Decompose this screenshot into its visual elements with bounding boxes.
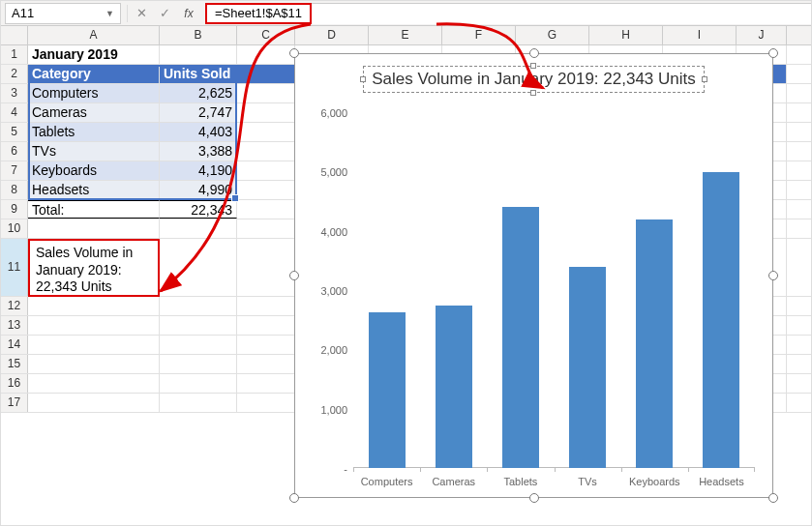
y-tick-label: 4,000 bbox=[305, 226, 347, 238]
row-header-5[interactable]: 5 bbox=[1, 123, 28, 141]
fx-icon: fx bbox=[184, 7, 193, 20]
chart-bar[interactable] bbox=[703, 172, 739, 468]
chart-bar[interactable] bbox=[369, 312, 406, 468]
grid-body: 1 January 2019 2 Category Units Sold 3 C… bbox=[1, 45, 811, 413]
col-header-A[interactable]: A bbox=[28, 26, 160, 44]
x-tick-label: Tablets bbox=[487, 476, 554, 487]
formula-input[interactable]: =Sheet1!$A$11 bbox=[205, 3, 312, 24]
col-header-F[interactable]: F bbox=[442, 26, 516, 44]
cell-B1[interactable] bbox=[160, 45, 237, 64]
col-header-E[interactable]: E bbox=[369, 26, 442, 44]
x-tick-label: Keyboards bbox=[621, 476, 688, 487]
name-box-value: A11 bbox=[12, 6, 34, 20]
resize-handle-icon[interactable] bbox=[768, 493, 778, 503]
chart-title-text: Sales Volume in January 2019: 22,343 Uni… bbox=[372, 70, 696, 88]
chart-bar[interactable] bbox=[636, 219, 673, 468]
title-handle-icon[interactable] bbox=[702, 76, 707, 82]
cell-C1[interactable] bbox=[237, 45, 295, 64]
row-header-1[interactable]: 1 bbox=[1, 45, 28, 64]
chart-object[interactable]: Sales Volume in January 2019: 22,343 Uni… bbox=[294, 53, 773, 498]
y-tick-label: 5,000 bbox=[305, 166, 347, 178]
x-tick-label: Headsets bbox=[688, 476, 755, 487]
cell-B3[interactable]: 2,625 bbox=[160, 84, 237, 102]
resize-handle-icon[interactable] bbox=[768, 271, 778, 280]
row-header-4[interactable]: 4 bbox=[1, 103, 28, 122]
col-header-H[interactable]: H bbox=[589, 26, 663, 44]
y-tick-label: 3,000 bbox=[305, 285, 347, 297]
y-tick-label: 1,000 bbox=[305, 404, 347, 416]
worksheet: A B C D E F G H I J 1 January 2019 2 Cat… bbox=[1, 26, 811, 525]
row-header-3[interactable]: 3 bbox=[1, 84, 28, 102]
cell-A9[interactable]: Total: bbox=[28, 200, 160, 219]
resize-handle-icon[interactable] bbox=[289, 271, 299, 280]
x-tick-label: TVs bbox=[555, 476, 621, 487]
row-header-13[interactable]: 13 bbox=[1, 316, 28, 335]
cell-B4[interactable]: 2,747 bbox=[160, 103, 237, 122]
row-header-17[interactable]: 17 bbox=[1, 394, 28, 412]
title-handle-icon[interactable] bbox=[530, 63, 536, 69]
chart-bar[interactable] bbox=[502, 207, 539, 468]
cell-A1[interactable]: January 2019 bbox=[28, 45, 160, 64]
cell-A8[interactable]: Headsets bbox=[28, 181, 160, 199]
row-header-7[interactable]: 7 bbox=[1, 161, 28, 180]
row-header-16[interactable]: 16 bbox=[1, 374, 28, 393]
row-header-15[interactable]: 15 bbox=[1, 355, 28, 373]
formula-bar: A11 ▼ ✕ ✓ fx =Sheet1!$A$11 bbox=[1, 1, 811, 26]
resize-handle-icon[interactable] bbox=[768, 48, 778, 58]
cell-A11-text: Sales Volume in January 2019: 22,343 Uni… bbox=[36, 245, 133, 294]
cell-A2[interactable]: Category bbox=[28, 65, 160, 83]
cell-A7[interactable]: Keyboards bbox=[28, 161, 160, 180]
col-header-D[interactable]: D bbox=[295, 26, 369, 44]
row-header-8[interactable]: 8 bbox=[1, 181, 28, 199]
cell-B2[interactable]: Units Sold bbox=[160, 65, 237, 83]
col-header-G[interactable]: G bbox=[516, 26, 589, 44]
col-header-I[interactable]: I bbox=[663, 26, 737, 44]
x-tick-label: Computers bbox=[353, 476, 420, 487]
col-header-C[interactable]: C bbox=[237, 26, 295, 44]
cell-B7[interactable]: 4,190 bbox=[160, 161, 237, 180]
row-header-14[interactable]: 14 bbox=[1, 336, 28, 354]
y-tick-label: 6,000 bbox=[305, 107, 347, 119]
chevron-down-icon[interactable]: ▼ bbox=[105, 9, 114, 18]
resize-handle-icon[interactable] bbox=[529, 48, 539, 58]
row-header-11[interactable]: 11 bbox=[1, 239, 28, 296]
title-handle-icon[interactable] bbox=[360, 76, 366, 82]
formula-text: =Sheet1!$A$11 bbox=[215, 6, 302, 20]
cancel-formula-button[interactable]: ✕ bbox=[130, 3, 153, 24]
col-header-B[interactable]: B bbox=[160, 26, 237, 44]
x-tick-label: Cameras bbox=[420, 476, 487, 487]
cell-B6[interactable]: 3,388 bbox=[160, 142, 237, 161]
resize-handle-icon[interactable] bbox=[289, 48, 299, 58]
name-box[interactable]: A11 ▼ bbox=[5, 3, 121, 24]
cell-A6[interactable]: TVs bbox=[28, 142, 160, 161]
row-header-10[interactable]: 10 bbox=[1, 219, 28, 238]
cell-A4[interactable]: Cameras bbox=[28, 103, 160, 122]
row-header-12[interactable]: 12 bbox=[1, 297, 28, 315]
column-headers: A B C D E F G H I J bbox=[1, 26, 811, 45]
row-header-6[interactable]: 6 bbox=[1, 142, 28, 161]
title-handle-icon[interactable] bbox=[530, 90, 536, 96]
cell-A5[interactable]: Tablets bbox=[28, 123, 160, 141]
col-header-J[interactable]: J bbox=[737, 26, 787, 44]
cell-B9[interactable]: 22,343 bbox=[160, 200, 237, 219]
cell-A11-highlight: Sales Volume in January 2019: 22,343 Uni… bbox=[28, 239, 160, 297]
resize-handle-icon[interactable] bbox=[529, 493, 539, 503]
row-header-9[interactable]: 9 bbox=[1, 200, 28, 219]
cell-A3[interactable]: Computers bbox=[28, 84, 160, 102]
fx-button[interactable]: fx bbox=[176, 3, 199, 24]
select-all-corner[interactable] bbox=[1, 26, 28, 44]
resize-handle-icon[interactable] bbox=[289, 493, 299, 503]
cell-B5[interactable]: 4,403 bbox=[160, 123, 237, 141]
cell-B8[interactable]: 4,990 bbox=[160, 181, 237, 199]
row-header-2[interactable]: 2 bbox=[1, 65, 28, 83]
chart-plot-area[interactable]: -1,0002,0003,0004,0005,0006,000 Computer… bbox=[353, 112, 755, 468]
confirm-formula-button[interactable]: ✓ bbox=[153, 3, 176, 24]
y-tick-label: - bbox=[305, 463, 347, 475]
chart-bar[interactable] bbox=[569, 267, 606, 468]
y-tick-label: 2,000 bbox=[305, 344, 347, 356]
chart-bar[interactable] bbox=[436, 306, 472, 468]
formula-bar-fill[interactable] bbox=[312, 3, 811, 24]
chart-title[interactable]: Sales Volume in January 2019: 22,343 Uni… bbox=[315, 66, 753, 93]
